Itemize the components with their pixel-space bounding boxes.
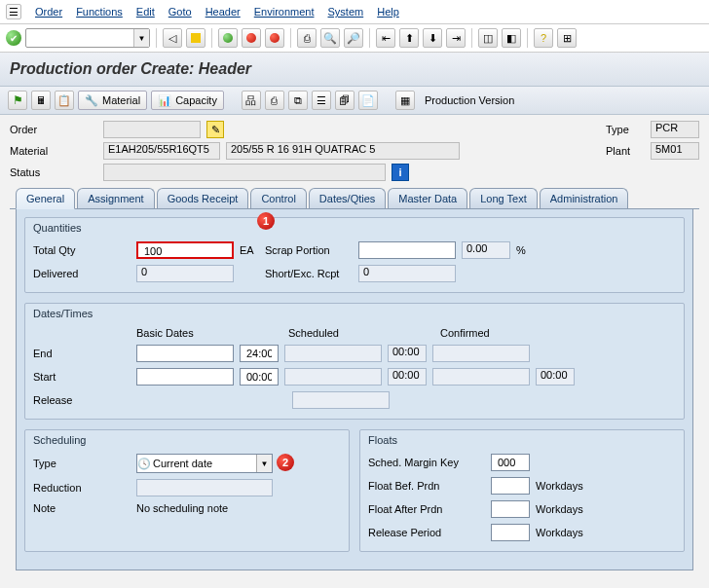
plant-field: 5M01 [651, 142, 699, 160]
sched-margin-key-field[interactable] [491, 454, 530, 471]
menu-header[interactable]: Header [205, 6, 241, 18]
menu-environment[interactable]: Environment [254, 6, 315, 18]
network-icon[interactable]: 品 [242, 91, 261, 110]
release-period-label: Release Period [368, 527, 485, 538]
capacity-icon: 📊 [158, 94, 171, 107]
components-icon[interactable]: ⧉ [288, 91, 308, 110]
float-after-field[interactable] [491, 500, 530, 518]
menu-edit[interactable]: Edit [136, 6, 155, 18]
material-button-label: Material [102, 94, 140, 106]
page-title: Production order Create: Header [10, 60, 699, 78]
start-basic-date[interactable] [136, 368, 234, 386]
group-dates-title: Dates/Times [33, 308, 676, 319]
prev-page-icon[interactable]: ⬆ [399, 28, 419, 48]
tab-dates-qties[interactable]: Dates/Qties [309, 188, 386, 208]
stop-icon[interactable] [265, 28, 284, 48]
next-page-icon[interactable]: ⬇ [423, 28, 442, 48]
end-label: End [33, 348, 131, 359]
cancel-icon[interactable] [242, 28, 261, 48]
menu-help[interactable]: Help [377, 6, 399, 18]
enter-icon[interactable]: ✔ [6, 30, 21, 46]
end-basic-date[interactable] [136, 345, 234, 362]
chevron-down-icon[interactable]: ▼ [256, 455, 272, 472]
find-next-icon[interactable]: 🔎 [344, 28, 363, 48]
capacity-button[interactable]: 📊 Capacity [151, 91, 224, 110]
standard-toolbar: ✔ ▼ ◁ ⎙ 🔍 🔎 ⇤ ⬆ ⬇ ⇥ ◫ ◧ ? ⊞ [0, 24, 709, 53]
start-conf-time: 00:00 [536, 368, 575, 386]
release-period-field[interactable] [491, 524, 530, 541]
uom-label: EA [240, 244, 259, 256]
print-icon[interactable]: ⎙ [297, 28, 317, 48]
new-session-icon[interactable]: ◫ [478, 28, 498, 48]
production-version-button[interactable]: Production Version [419, 91, 520, 110]
last-page-icon[interactable]: ⇥ [446, 28, 466, 48]
help-icon[interactable]: ? [534, 28, 553, 48]
menu-more-icon[interactable]: ☰ [6, 4, 21, 19]
start-basic-time[interactable] [240, 368, 279, 386]
float-after-label: Float After Prdn [368, 503, 485, 515]
start-sched-time: 00:00 [388, 368, 427, 386]
float-before-field[interactable] [491, 477, 530, 495]
tab-long-text[interactable]: Long Text [469, 188, 538, 208]
tab-control[interactable]: Control [250, 188, 306, 208]
schedule-type-dropdown[interactable]: 🕓 ▼ [136, 454, 273, 473]
material-field[interactable]: E1AH205/55R16QT5 [103, 142, 220, 160]
float-before-label: Float Bef. Prdn [368, 480, 485, 492]
clipboard-icon[interactable]: 📋 [55, 91, 74, 110]
menu-functions[interactable]: Functions [76, 6, 123, 18]
short-field: 0 [358, 265, 456, 282]
calc-icon[interactable]: 🖩 [31, 91, 51, 110]
documents-icon[interactable]: 🗐 [335, 91, 354, 110]
workdays-label-2: Workdays [536, 503, 583, 515]
tab-assignment[interactable]: Assignment [77, 188, 154, 208]
menu-goto[interactable]: Goto [168, 6, 192, 18]
find-icon[interactable]: 🔍 [320, 28, 340, 48]
col-basic-dates: Basic Dates [136, 327, 282, 339]
production-version-label: Production Version [425, 94, 514, 106]
command-dropdown-icon[interactable]: ▼ [133, 29, 149, 47]
material-button[interactable]: 🔧 Material [78, 91, 147, 110]
tab-goods-receipt[interactable]: Goods Receipt [157, 188, 249, 208]
operations-icon[interactable]: ☰ [312, 91, 331, 110]
save-icon[interactable] [186, 28, 205, 48]
release-sched-date [292, 391, 390, 409]
layout-icon[interactable]: ⊞ [557, 28, 577, 48]
group-floats: Floats Sched. Margin Key Float Bef. Prdn… [359, 429, 685, 552]
sched-margin-key-label: Sched. Margin Key [368, 457, 485, 468]
flag-icon[interactable]: ⚑ [8, 91, 27, 110]
info-icon[interactable]: i [392, 164, 409, 181]
order-field[interactable] [103, 121, 201, 138]
end-basic-time[interactable] [240, 345, 279, 362]
end-sched-date [284, 345, 382, 362]
command-field[interactable]: ▼ [25, 28, 150, 48]
tab-general[interactable]: General [16, 188, 75, 209]
shortcut-icon[interactable]: ◧ [502, 28, 521, 48]
percent-label: % [516, 244, 526, 256]
material-label: Material [10, 145, 97, 157]
tab-administration[interactable]: Administration [540, 188, 629, 208]
menu-order[interactable]: Order [35, 6, 62, 18]
col-confirmed: Confirmed [440, 327, 586, 339]
exit-icon[interactable] [218, 28, 238, 48]
command-input[interactable] [26, 32, 133, 44]
first-page-icon[interactable]: ⇤ [376, 28, 395, 48]
total-qty-field[interactable] [136, 241, 234, 259]
grid-icon[interactable]: ▦ [395, 91, 415, 110]
separator [156, 28, 157, 48]
print2-icon[interactable]: ⎙ [265, 91, 284, 110]
back-icon[interactable]: ◁ [163, 28, 182, 48]
separator [471, 28, 472, 48]
log-icon[interactable]: 📄 [358, 91, 378, 110]
separator [527, 28, 528, 48]
scrap-field[interactable] [358, 241, 456, 259]
clock-icon: 🕓 [137, 458, 151, 470]
order-search-icon[interactable]: ✎ [206, 121, 224, 138]
tab-body-general: Quantities 1 Total Qty EA Scrap Portion … [16, 209, 693, 570]
status-label: Status [10, 166, 97, 178]
material-desc-field: 205/55 R 16 91H QUATRAC 5 [226, 142, 460, 160]
group-quantities: Quantities 1 Total Qty EA Scrap Portion … [24, 217, 685, 293]
start-conf-date [432, 368, 530, 386]
scrap-pct-field: 0.00 [462, 241, 510, 259]
tab-master-data[interactable]: Master Data [388, 188, 467, 208]
menu-system[interactable]: System [328, 6, 364, 18]
